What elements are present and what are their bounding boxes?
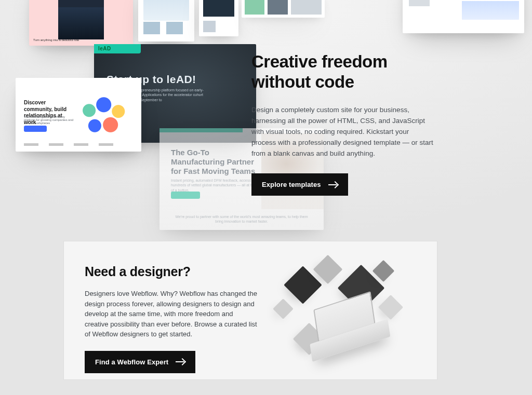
template-card-button xyxy=(24,126,47,132)
hero-body: Design a completely custom site for your… xyxy=(251,105,434,159)
template-card-logos xyxy=(24,142,133,147)
find-expert-button[interactable]: Find a Webflow Expert xyxy=(85,351,195,373)
accent-bar xyxy=(159,128,243,132)
hero-title: Creative freedom without code xyxy=(251,52,438,92)
hero-title-line: Creative freedom xyxy=(251,52,388,71)
hero-title-line: without code xyxy=(251,72,354,91)
explore-templates-button[interactable]: Explore templates xyxy=(251,173,348,196)
hero-section: Creative freedom without code Design a c… xyxy=(251,52,438,196)
template-card-footer: We're proud to partner with some of the … xyxy=(171,214,312,224)
template-card-sub: Team building and community platform for… xyxy=(24,115,76,125)
template-card xyxy=(199,0,238,36)
brand-badge xyxy=(94,44,141,53)
template-card-button xyxy=(171,192,200,199)
arrow-right-icon xyxy=(176,359,185,364)
button-label: Find a Webflow Expert xyxy=(95,358,168,366)
panel-title: Need a designer? xyxy=(85,264,257,279)
template-card xyxy=(138,0,194,42)
rhombus-icon xyxy=(273,298,294,319)
template-card-title: Start up to leAD! xyxy=(107,73,196,86)
template-card-title: Discover community, build relationships … xyxy=(24,100,76,126)
template-caption: Turn anything into a beautiful site xyxy=(33,38,79,42)
button-label: Explore templates xyxy=(262,181,321,188)
arrow-right-icon xyxy=(328,182,338,187)
template-card-illustration: Discover community, build relationships … xyxy=(16,78,141,152)
template-card-hero: Start up to leAD! leAD is a sports entre… xyxy=(94,44,256,143)
designer-panel: Need a designer? Designers love Webflow.… xyxy=(63,241,437,380)
template-card: Turn anything into a beautiful site xyxy=(29,0,133,46)
rhombus-icon xyxy=(313,255,343,284)
panel-body: Designers love Webflow. Why? Webflow has… xyxy=(85,289,257,339)
template-card xyxy=(403,0,524,33)
panel-illustration xyxy=(267,254,422,373)
people-illustration xyxy=(78,91,134,139)
rhombus-icon xyxy=(373,260,394,282)
template-card-sub: Instant pricing, automated DFM feedback,… xyxy=(171,178,264,193)
laptop-icon xyxy=(305,287,391,367)
template-card-title: The Go-To Manufacturing Partner for Fast… xyxy=(171,148,259,176)
template-card-sub: leAD is a sports entrepreneurship platfo… xyxy=(107,88,205,102)
template-card xyxy=(242,0,325,18)
